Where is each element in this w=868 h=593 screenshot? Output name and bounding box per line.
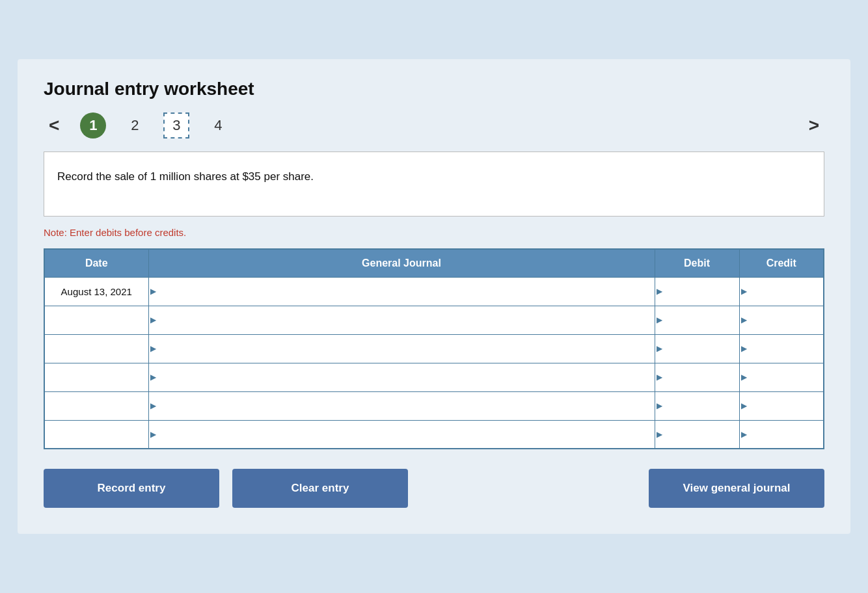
row-2-journal-cell[interactable]: ▶ <box>148 334 655 363</box>
row-2-credit-input[interactable] <box>740 335 824 363</box>
step-2[interactable]: 2 <box>122 112 148 138</box>
col-header-credit: Credit <box>739 249 824 278</box>
row-0-debit-cell[interactable]: ▶ <box>655 277 739 306</box>
row-4-date <box>44 391 148 420</box>
row-0-credit-input[interactable] <box>740 278 824 306</box>
row-5-credit-cell[interactable]: ▶ <box>739 420 824 449</box>
row-3-debit-cell[interactable]: ▶ <box>655 363 739 391</box>
row-5-debit-cell[interactable]: ▶ <box>655 420 739 449</box>
row-4-debit-input[interactable] <box>655 392 739 420</box>
table-row: ▶▶▶ <box>44 334 824 363</box>
row-0-credit-cell[interactable]: ▶ <box>739 277 824 306</box>
row-3-credit-input[interactable] <box>740 363 824 391</box>
row-3-journal-cell[interactable]: ▶ <box>148 363 655 391</box>
row-3-debit-input[interactable] <box>655 363 739 391</box>
row-4-journal-input[interactable] <box>149 392 655 420</box>
page-title: Journal entry worksheet <box>44 79 824 99</box>
col-header-journal: General Journal <box>148 249 655 278</box>
row-5-journal-cell[interactable]: ▶ <box>148 420 655 449</box>
row-4-credit-cell[interactable]: ▶ <box>739 391 824 420</box>
row-5-date <box>44 420 148 449</box>
col-header-date: Date <box>44 249 148 278</box>
main-container: Journal entry worksheet < 1 2 3 4 > Reco… <box>18 59 850 534</box>
row-1-credit-input[interactable] <box>740 306 824 334</box>
row-1-debit-cell[interactable]: ▶ <box>655 306 739 334</box>
row-4-debit-cell[interactable]: ▶ <box>655 391 739 420</box>
row-2-debit-cell[interactable]: ▶ <box>655 334 739 363</box>
row-1-journal-cell[interactable]: ▶ <box>148 306 655 334</box>
row-1-credit-cell[interactable]: ▶ <box>739 306 824 334</box>
row-0-date: August 13, 2021 <box>44 277 148 306</box>
row-0-journal-input[interactable] <box>149 278 655 306</box>
row-2-date <box>44 334 148 363</box>
row-3-credit-cell[interactable]: ▶ <box>739 363 824 391</box>
instruction-box: Record the sale of 1 million shares at $… <box>44 152 824 217</box>
note-text: Note: Enter debits before credits. <box>44 227 824 238</box>
table-row: ▶▶▶ <box>44 306 824 334</box>
clear-entry-button[interactable]: Clear entry <box>232 469 408 508</box>
step-4[interactable]: 4 <box>205 112 231 138</box>
row-3-journal-input[interactable] <box>149 363 655 391</box>
col-header-debit: Debit <box>655 249 739 278</box>
step-1[interactable]: 1 <box>80 112 106 138</box>
record-entry-button[interactable]: Record entry <box>44 469 219 508</box>
row-1-date <box>44 306 148 334</box>
row-2-debit-input[interactable] <box>655 335 739 363</box>
nav-row: < 1 2 3 4 > <box>44 112 824 138</box>
view-journal-button[interactable]: View general journal <box>649 469 824 508</box>
row-4-credit-input[interactable] <box>740 392 824 420</box>
prev-button[interactable]: < <box>44 112 64 138</box>
row-5-credit-input[interactable] <box>740 421 824 449</box>
buttons-row: Record entry Clear entry View general jo… <box>44 469 824 508</box>
table-row: ▶▶▶ <box>44 420 824 449</box>
row-2-journal-input[interactable] <box>149 335 655 363</box>
row-4-journal-cell[interactable]: ▶ <box>148 391 655 420</box>
row-1-debit-input[interactable] <box>655 306 739 334</box>
row-3-date <box>44 363 148 391</box>
row-0-journal-cell[interactable]: ▶ <box>148 277 655 306</box>
table-row: August 13, 2021▶▶▶ <box>44 277 824 306</box>
step-3[interactable]: 3 <box>163 112 189 138</box>
row-5-journal-input[interactable] <box>149 421 655 449</box>
table-row: ▶▶▶ <box>44 363 824 391</box>
instruction-text: Record the sale of 1 million shares at $… <box>57 170 314 183</box>
row-5-debit-input[interactable] <box>655 421 739 449</box>
journal-table: Date General Journal Debit Credit August… <box>44 248 824 450</box>
row-1-journal-input[interactable] <box>149 306 655 334</box>
table-row: ▶▶▶ <box>44 391 824 420</box>
row-2-credit-cell[interactable]: ▶ <box>739 334 824 363</box>
next-button[interactable]: > <box>804 112 824 138</box>
row-0-debit-input[interactable] <box>655 278 739 306</box>
